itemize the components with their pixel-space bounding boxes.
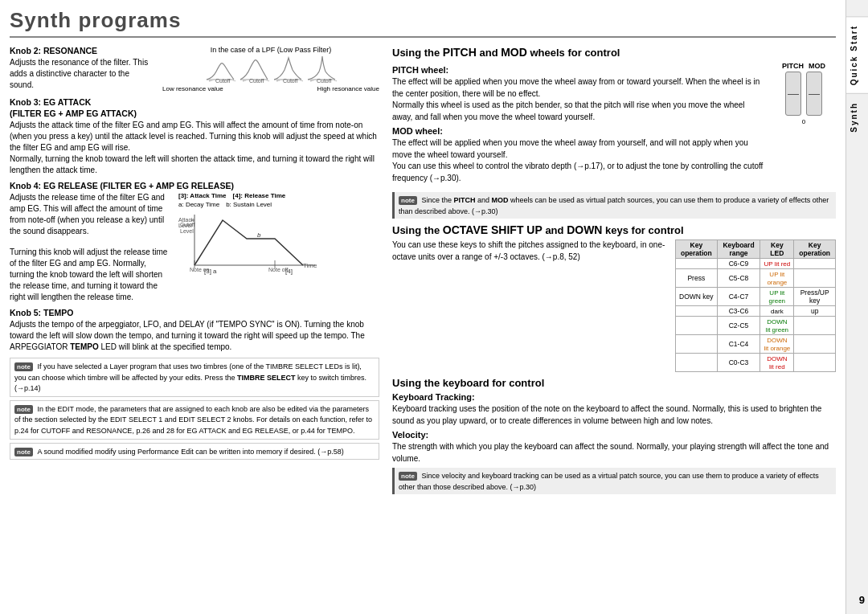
mod-wheel-title: MOD wheel: [392,126,764,136]
cell-op6b [794,335,836,354]
cell-led5: DOWN lit green [760,317,794,335]
wave4: ← Cutoff → [306,55,337,84]
lpf-waves: ← Cutoff → ← Cutoff → ← Cutoff → [162,55,379,84]
mod-label: MOD [809,62,825,70]
wave3: ← Cutoff → [272,55,303,84]
knob4-row: Adjusts the release time of the filter E… [10,192,379,303]
cell-op7 [676,354,718,372]
keyboard-note-icon: note [399,472,417,481]
cell-range3: C4-C7 [717,288,760,306]
knob2-desc: Adjusts the resonance of the filter. Thi… [10,57,154,91]
velocity-desc: The strength with which you play the key… [392,441,836,465]
svg-text:← Cutoff →: ← Cutoff → [309,78,337,84]
octave-desc: You can use these keys to shift the pitc… [392,239,667,263]
lpf-diagram: In the case of a LPF (Low Pass Filter) ←… [162,46,379,92]
col-key-op2: Key operation [794,240,836,259]
cell-led4: dark [760,306,794,317]
eg-sustain-label: b: Sustain Level [226,201,272,208]
sidebar-right: Quick Start Synth 9 [845,0,868,614]
knob4-desc1: Adjusts the release time of the filter E… [10,192,170,237]
knob3-subtitle: (FILTER EG + AMP EG ATTACK) [10,108,379,118]
knob2-text: Knob 2: RESONANCE Adjusts the resonance … [10,46,154,92]
note3-text: A sound modified modify using Performanc… [38,448,344,456]
svg-text:b: b [257,231,261,239]
cell-op3: DOWN key [676,288,718,306]
knob3-title: Knob 3: EG ATTACK [10,97,379,107]
eg-attack-label: [3]: Attack Time [178,192,227,199]
mod-wheel-graphic [806,72,822,116]
sidebar-tab-quickstart[interactable]: Quick Start [846,16,868,93]
table-row: C3-C6 dark up [676,306,836,317]
main-content: Synth programs Knob 2: RESONANCE Adjusts… [0,0,845,614]
col-key-led: Key LED [760,240,794,259]
svg-text:[3] a: [3] a [204,268,217,275]
cell-range7: C0-C3 [717,354,760,372]
resonance-low: Low resonance value [162,85,223,92]
sidebar-tab-synth[interactable]: Synth [846,93,868,141]
lpf-title: In the case of a LPF (Low Pass Filter) [162,46,379,54]
table-row: DOWN key C4-C7 UP lit green Press/UP key [676,288,836,306]
octave-section: Using the OCTAVE SHIFT UP and DOWN keys … [392,223,836,372]
cell-op1b [794,259,836,269]
eg-diagram: [3]: Attack Time [4]: Release Time a: De… [178,192,379,303]
note1-icon: note [14,362,33,371]
keyboard-title: Using the keyboard for control [392,377,836,389]
keyboard-section: Using the keyboard for control Keyboard … [392,377,836,494]
keyboard-note: note Since velocity and keyboard trackin… [392,468,836,494]
page-number: 9 [859,594,865,606]
pitch-wheel-title: PITCH wheel: [392,65,764,75]
cell-op2b [794,269,836,288]
knob2-title: Knob 2: RESONANCE [10,46,154,55]
cell-range5: C2-C5 [717,317,760,335]
knob4-text: Adjusts the release time of the filter E… [10,192,170,303]
cell-op7b [794,354,836,372]
knob5-section: Knob 5: TEMPO Adjusts the tempo of the a… [10,308,379,353]
knob2-section: Knob 2: RESONANCE Adjusts the resonance … [10,46,379,92]
table-row: Press C5-C8 UP lit orange [676,269,836,288]
cell-led7: DOWN lit red [760,354,794,372]
cell-led1: UP lit red [760,259,794,269]
tracking-title: Keyboard Tracking: [392,392,836,402]
pitch-wheel-desc: The effect will be applied when you move… [392,76,764,123]
mod-wheel-desc: The effect will be applied when you move… [392,137,764,184]
cell-led6: DOWN lit orange [760,335,794,354]
right-column: Using the PITCH and MOD wheels for contr… [392,46,836,606]
pitch-mod-title: Using the PITCH and MOD wheels for contr… [392,46,836,59]
cell-led3: UP lit green [760,288,794,306]
knob4-desc2: Turning this knob will adjust the releas… [10,247,170,303]
note2-text: In the EDIT mode, the parameters that ar… [14,405,372,435]
knob3-section: Knob 3: EG ATTACK (FILTER EG + AMP EG AT… [10,97,379,176]
octave-table-wrap: You can use these keys to shift the pitc… [392,239,836,372]
key-table: Key operation Keyboard range Key LED Key… [675,239,836,372]
cell-range4: C3-C6 [717,306,760,317]
wave2: ← Cutoff → [239,55,269,84]
pitch-mod-note: note Since the PITCH and MOD wheels can … [392,192,836,219]
cell-op5b [794,317,836,335]
left-column: Knob 2: RESONANCE Adjusts the resonance … [10,46,379,606]
table-row: C2-C5 DOWN lit green [676,317,836,335]
keyboard-note-text: Since velocity and keyboard tracking can… [399,472,819,491]
pitch-mod-note-text: Since the PITCH and MOD wheels can be us… [399,196,829,215]
resonance-labels: Low resonance value High resonance value [162,85,379,92]
resonance-high: High resonance value [317,85,379,92]
cell-op4 [676,306,718,317]
svg-text:Level: Level [180,228,194,234]
cell-op3b: Press/UP key [794,288,836,306]
eg-decay-label: a: Decay Time [178,201,219,208]
note1-box: note If you have selected a Layer progra… [10,358,379,397]
svg-text:Time: Time [303,262,317,269]
pitch-wheel-graphic [785,72,801,116]
note2-icon: note [14,405,33,414]
pitch-mod-text: PITCH wheel: The effect will be applied … [392,62,764,187]
knob4-section: Knob 4: EG RELEASE (FILTER EG + AMP EG R… [10,181,379,303]
col-key-op: Key operation [676,240,718,259]
pitch-mod-graphic: PITCH MOD 0 [772,62,836,187]
cell-range6: C1-C4 [717,335,760,354]
octave-text: You can use these keys to shift the pitc… [392,239,667,372]
wheel-zero-label: 0 [802,118,805,125]
cell-led2: UP lit orange [760,269,794,288]
octave-title: Using the OCTAVE SHIFT UP and DOWN keys … [392,223,836,236]
page-title: Synth programs [10,8,836,38]
eg-release-label: [4]: Release Time [233,192,286,199]
note3-box: note A sound modified modify using Perfo… [10,443,379,460]
